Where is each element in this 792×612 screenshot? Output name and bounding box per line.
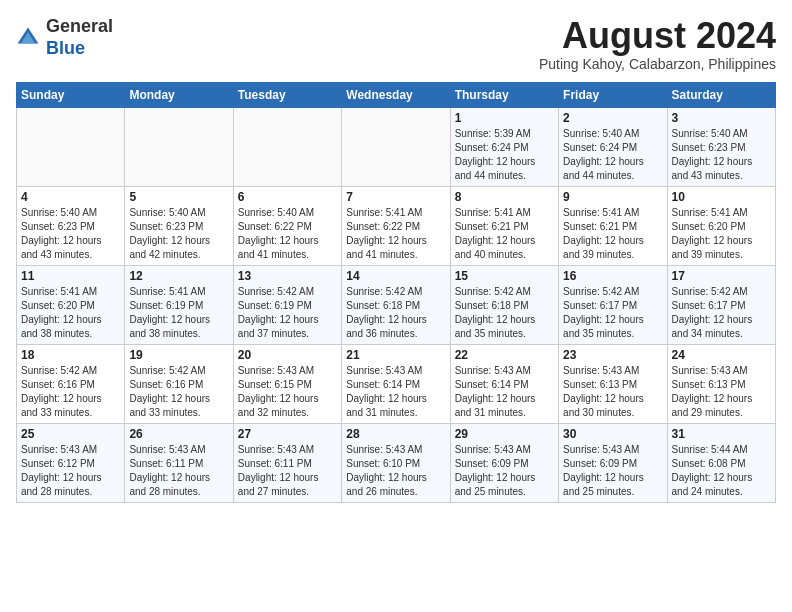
day-number: 18 xyxy=(21,348,120,362)
calendar-cell: 22Sunrise: 5:43 AM Sunset: 6:14 PM Dayli… xyxy=(450,344,558,423)
day-number: 10 xyxy=(672,190,771,204)
calendar-week-row: 18Sunrise: 5:42 AM Sunset: 6:16 PM Dayli… xyxy=(17,344,776,423)
calendar-cell: 20Sunrise: 5:43 AM Sunset: 6:15 PM Dayli… xyxy=(233,344,341,423)
calendar-cell xyxy=(342,107,450,186)
day-info: Sunrise: 5:40 AM Sunset: 6:23 PM Dayligh… xyxy=(21,206,120,262)
day-info: Sunrise: 5:42 AM Sunset: 6:17 PM Dayligh… xyxy=(672,285,771,341)
day-info: Sunrise: 5:43 AM Sunset: 6:15 PM Dayligh… xyxy=(238,364,337,420)
weekday-header-saturday: Saturday xyxy=(667,82,775,107)
calendar-cell: 24Sunrise: 5:43 AM Sunset: 6:13 PM Dayli… xyxy=(667,344,775,423)
day-number: 1 xyxy=(455,111,554,125)
title-area: August 2024 Puting Kahoy, Calabarzon, Ph… xyxy=(539,16,776,72)
calendar-cell: 3Sunrise: 5:40 AM Sunset: 6:23 PM Daylig… xyxy=(667,107,775,186)
day-info: Sunrise: 5:44 AM Sunset: 6:08 PM Dayligh… xyxy=(672,443,771,499)
day-number: 2 xyxy=(563,111,662,125)
weekday-header-monday: Monday xyxy=(125,82,233,107)
day-info: Sunrise: 5:43 AM Sunset: 6:11 PM Dayligh… xyxy=(129,443,228,499)
day-info: Sunrise: 5:42 AM Sunset: 6:19 PM Dayligh… xyxy=(238,285,337,341)
day-info: Sunrise: 5:43 AM Sunset: 6:09 PM Dayligh… xyxy=(455,443,554,499)
day-number: 8 xyxy=(455,190,554,204)
day-number: 6 xyxy=(238,190,337,204)
calendar-cell xyxy=(233,107,341,186)
day-number: 20 xyxy=(238,348,337,362)
day-number: 22 xyxy=(455,348,554,362)
day-info: Sunrise: 5:41 AM Sunset: 6:20 PM Dayligh… xyxy=(21,285,120,341)
calendar-cell: 15Sunrise: 5:42 AM Sunset: 6:18 PM Dayli… xyxy=(450,265,558,344)
day-number: 31 xyxy=(672,427,771,441)
day-number: 7 xyxy=(346,190,445,204)
day-info: Sunrise: 5:41 AM Sunset: 6:20 PM Dayligh… xyxy=(672,206,771,262)
calendar-cell: 29Sunrise: 5:43 AM Sunset: 6:09 PM Dayli… xyxy=(450,423,558,502)
day-number: 30 xyxy=(563,427,662,441)
day-number: 23 xyxy=(563,348,662,362)
calendar-cell: 1Sunrise: 5:39 AM Sunset: 6:24 PM Daylig… xyxy=(450,107,558,186)
day-number: 19 xyxy=(129,348,228,362)
calendar-cell xyxy=(17,107,125,186)
calendar-cell: 2Sunrise: 5:40 AM Sunset: 6:24 PM Daylig… xyxy=(559,107,667,186)
day-info: Sunrise: 5:43 AM Sunset: 6:13 PM Dayligh… xyxy=(563,364,662,420)
day-info: Sunrise: 5:40 AM Sunset: 6:24 PM Dayligh… xyxy=(563,127,662,183)
calendar-cell: 28Sunrise: 5:43 AM Sunset: 6:10 PM Dayli… xyxy=(342,423,450,502)
calendar-cell: 16Sunrise: 5:42 AM Sunset: 6:17 PM Dayli… xyxy=(559,265,667,344)
day-number: 3 xyxy=(672,111,771,125)
calendar-cell: 17Sunrise: 5:42 AM Sunset: 6:17 PM Dayli… xyxy=(667,265,775,344)
day-info: Sunrise: 5:40 AM Sunset: 6:23 PM Dayligh… xyxy=(672,127,771,183)
day-number: 29 xyxy=(455,427,554,441)
day-number: 25 xyxy=(21,427,120,441)
calendar-cell: 26Sunrise: 5:43 AM Sunset: 6:11 PM Dayli… xyxy=(125,423,233,502)
calendar-cell: 13Sunrise: 5:42 AM Sunset: 6:19 PM Dayli… xyxy=(233,265,341,344)
calendar-header: SundayMondayTuesdayWednesdayThursdayFrid… xyxy=(17,82,776,107)
calendar-cell: 11Sunrise: 5:41 AM Sunset: 6:20 PM Dayli… xyxy=(17,265,125,344)
day-info: Sunrise: 5:39 AM Sunset: 6:24 PM Dayligh… xyxy=(455,127,554,183)
day-info: Sunrise: 5:43 AM Sunset: 6:10 PM Dayligh… xyxy=(346,443,445,499)
day-number: 15 xyxy=(455,269,554,283)
weekday-header-row: SundayMondayTuesdayWednesdayThursdayFrid… xyxy=(17,82,776,107)
day-info: Sunrise: 5:43 AM Sunset: 6:12 PM Dayligh… xyxy=(21,443,120,499)
weekday-header-wednesday: Wednesday xyxy=(342,82,450,107)
day-number: 4 xyxy=(21,190,120,204)
day-info: Sunrise: 5:41 AM Sunset: 6:21 PM Dayligh… xyxy=(455,206,554,262)
calendar-cell: 14Sunrise: 5:42 AM Sunset: 6:18 PM Dayli… xyxy=(342,265,450,344)
weekday-header-tuesday: Tuesday xyxy=(233,82,341,107)
calendar-week-row: 25Sunrise: 5:43 AM Sunset: 6:12 PM Dayli… xyxy=(17,423,776,502)
calendar-week-row: 11Sunrise: 5:41 AM Sunset: 6:20 PM Dayli… xyxy=(17,265,776,344)
weekday-header-sunday: Sunday xyxy=(17,82,125,107)
page-header: General Blue August 2024 Puting Kahoy, C… xyxy=(16,16,776,72)
day-number: 17 xyxy=(672,269,771,283)
calendar-cell: 8Sunrise: 5:41 AM Sunset: 6:21 PM Daylig… xyxy=(450,186,558,265)
logo-general-text: General xyxy=(46,16,113,36)
day-info: Sunrise: 5:42 AM Sunset: 6:16 PM Dayligh… xyxy=(21,364,120,420)
calendar-cell: 10Sunrise: 5:41 AM Sunset: 6:20 PM Dayli… xyxy=(667,186,775,265)
day-info: Sunrise: 5:43 AM Sunset: 6:09 PM Dayligh… xyxy=(563,443,662,499)
calendar-cell: 7Sunrise: 5:41 AM Sunset: 6:22 PM Daylig… xyxy=(342,186,450,265)
calendar-cell: 6Sunrise: 5:40 AM Sunset: 6:22 PM Daylig… xyxy=(233,186,341,265)
weekday-header-thursday: Thursday xyxy=(450,82,558,107)
day-info: Sunrise: 5:41 AM Sunset: 6:22 PM Dayligh… xyxy=(346,206,445,262)
day-info: Sunrise: 5:41 AM Sunset: 6:19 PM Dayligh… xyxy=(129,285,228,341)
day-info: Sunrise: 5:43 AM Sunset: 6:11 PM Dayligh… xyxy=(238,443,337,499)
day-number: 13 xyxy=(238,269,337,283)
calendar-cell: 9Sunrise: 5:41 AM Sunset: 6:21 PM Daylig… xyxy=(559,186,667,265)
calendar-cell xyxy=(125,107,233,186)
calendar-cell: 23Sunrise: 5:43 AM Sunset: 6:13 PM Dayli… xyxy=(559,344,667,423)
day-info: Sunrise: 5:41 AM Sunset: 6:21 PM Dayligh… xyxy=(563,206,662,262)
day-info: Sunrise: 5:43 AM Sunset: 6:13 PM Dayligh… xyxy=(672,364,771,420)
day-number: 12 xyxy=(129,269,228,283)
logo-icon xyxy=(16,26,40,50)
day-info: Sunrise: 5:43 AM Sunset: 6:14 PM Dayligh… xyxy=(455,364,554,420)
location-subtitle: Puting Kahoy, Calabarzon, Philippines xyxy=(539,56,776,72)
month-year-title: August 2024 xyxy=(539,16,776,56)
day-number: 9 xyxy=(563,190,662,204)
day-number: 5 xyxy=(129,190,228,204)
day-number: 24 xyxy=(672,348,771,362)
calendar-cell: 21Sunrise: 5:43 AM Sunset: 6:14 PM Dayli… xyxy=(342,344,450,423)
calendar-week-row: 1Sunrise: 5:39 AM Sunset: 6:24 PM Daylig… xyxy=(17,107,776,186)
day-number: 16 xyxy=(563,269,662,283)
logo: General Blue xyxy=(16,16,113,59)
calendar-cell: 18Sunrise: 5:42 AM Sunset: 6:16 PM Dayli… xyxy=(17,344,125,423)
calendar-cell: 31Sunrise: 5:44 AM Sunset: 6:08 PM Dayli… xyxy=(667,423,775,502)
calendar-cell: 5Sunrise: 5:40 AM Sunset: 6:23 PM Daylig… xyxy=(125,186,233,265)
day-number: 27 xyxy=(238,427,337,441)
calendar-cell: 27Sunrise: 5:43 AM Sunset: 6:11 PM Dayli… xyxy=(233,423,341,502)
day-info: Sunrise: 5:42 AM Sunset: 6:17 PM Dayligh… xyxy=(563,285,662,341)
